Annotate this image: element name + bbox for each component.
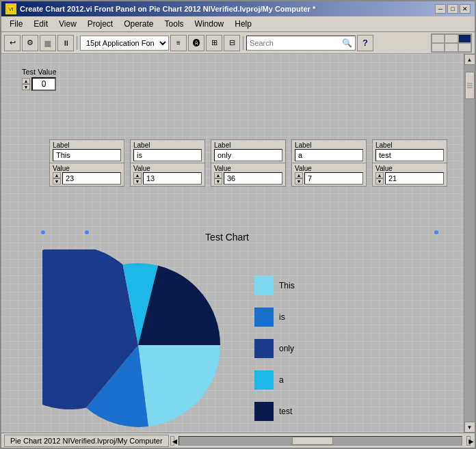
card-2-spin-up[interactable]: ▲ xyxy=(214,172,222,178)
scroll-right-btn[interactable]: ► xyxy=(466,436,471,446)
card-0-spin-down[interactable]: ▼ xyxy=(53,178,61,185)
scroll-up-btn[interactable]: ▲ xyxy=(464,54,475,65)
legend-label-is: is xyxy=(279,312,285,322)
status-scroll-thumb[interactable] xyxy=(292,437,333,445)
grid-icon-5 xyxy=(445,43,458,52)
card-1-spinner[interactable]: ▲ ▼ xyxy=(133,172,142,185)
card-4-spin-down[interactable]: ▼ xyxy=(375,178,384,185)
toolbar-arrow-btn[interactable]: ↩ xyxy=(4,35,21,51)
grid-icon-3 xyxy=(458,34,471,43)
grid-icon-1 xyxy=(432,34,445,43)
grid-icon-2 xyxy=(445,34,458,43)
chart-legend: This is only a xyxy=(254,269,295,421)
card-1-label-section: Label is xyxy=(131,140,204,163)
grid-icon-4 xyxy=(432,43,445,52)
selection-handle-tr xyxy=(434,230,438,234)
card-3-spinner[interactable]: ▲ ▼ xyxy=(295,172,303,185)
card-3-label-value[interactable]: a xyxy=(295,149,363,161)
toolbar-right-icons xyxy=(431,33,472,53)
grip-line-2 xyxy=(467,85,473,86)
status-text: Pie Chart 2012 NIVerified.lvproj/My Comp… xyxy=(4,435,169,447)
card-0-label-value[interactable]: This xyxy=(53,149,121,161)
menu-help[interactable]: Help xyxy=(229,18,257,30)
menu-project[interactable]: Project xyxy=(82,18,118,30)
card-1-value-row: ▲ ▼ 13 xyxy=(133,172,202,185)
menu-tools[interactable]: Tools xyxy=(159,18,189,30)
card-1-spin-down[interactable]: ▼ xyxy=(133,178,142,185)
card-1-value-section: Value ▲ ▼ 13 xyxy=(131,163,204,186)
card-3-spin-up[interactable]: ▲ xyxy=(295,172,303,178)
card-1-spin-up[interactable]: ▲ xyxy=(133,172,142,178)
minimize-button[interactable]: ─ xyxy=(435,4,446,14)
window-title: Create Chart 2012.vi Front Panel on Pie … xyxy=(20,5,315,13)
toolbar-help-btn[interactable]: ? xyxy=(357,35,373,51)
scroll-down-btn[interactable]: ▼ xyxy=(464,422,475,433)
card-4-value-section: Value ▲ ▼ 21 xyxy=(373,163,447,186)
toolbar-grid-btn[interactable]: ⊞ xyxy=(206,35,222,51)
slice-this xyxy=(138,345,220,426)
card-4-spinner[interactable]: ▲ ▼ xyxy=(375,172,384,185)
scroll-track[interactable] xyxy=(464,65,475,422)
maximize-button[interactable]: □ xyxy=(447,4,458,14)
card-4-spin-up[interactable]: ▲ xyxy=(375,172,384,178)
toolbar-bold-btn[interactable]: 🅐 xyxy=(188,35,204,51)
card-2-spinner[interactable]: ▲ ▼ xyxy=(214,172,222,185)
legend-label-this: This xyxy=(279,281,295,290)
menu-window[interactable]: Window xyxy=(189,18,230,30)
toolbar-layout-btn[interactable]: ⊟ xyxy=(224,35,240,51)
spin-down-btn[interactable]: ▼ xyxy=(22,84,30,90)
search-input[interactable] xyxy=(250,39,341,47)
card-1-value-display[interactable]: 13 xyxy=(143,172,202,185)
legend-color-test xyxy=(254,402,274,421)
card-3-value-display[interactable]: 7 xyxy=(304,172,363,185)
font-selector[interactable]: 15pt Application Font xyxy=(80,36,169,51)
card-2-label-value[interactable]: only xyxy=(214,149,282,161)
numeric-spinner[interactable]: ▲ ▼ xyxy=(22,78,30,90)
card-1-label-value[interactable]: is xyxy=(133,149,202,161)
menu-operate[interactable]: Operate xyxy=(118,18,159,30)
canvas: Test Value ▲ ▼ 0 Label This xyxy=(1,54,464,433)
test-value-group: Test Value ▲ ▼ 0 xyxy=(22,68,57,91)
pie-chart xyxy=(42,249,234,433)
menu-view[interactable]: View xyxy=(53,18,82,30)
toolbar-stop-btn[interactable]: ◼ xyxy=(40,35,56,51)
card-2-value-section: Value ▲ ▼ 36 xyxy=(211,163,285,186)
menu-edit[interactable]: Edit xyxy=(28,18,53,30)
toolbar: ↩ ⚙ ◼ ⏸ 15pt Application Font ≡ 🅐 ⊞ ⊟ 🔍 … xyxy=(1,32,475,54)
card-4-label-section: Label test xyxy=(373,140,447,163)
card-3-spin-down[interactable]: ▼ xyxy=(295,178,303,185)
card-4-value-display[interactable]: 21 xyxy=(385,172,444,185)
card-2-value-display[interactable]: 36 xyxy=(224,172,282,185)
close-button[interactable]: ✕ xyxy=(460,4,471,14)
card-0-value-title: Value xyxy=(53,165,121,172)
toolbar-redo-btn[interactable]: ⚙ xyxy=(22,35,38,51)
card-0-spin-up[interactable]: ▲ xyxy=(53,172,61,178)
search-box[interactable]: 🔍 xyxy=(246,36,356,51)
card-3-value-section: Value ▲ ▼ 7 xyxy=(292,163,366,186)
status-scroll[interactable] xyxy=(178,436,462,446)
scroll-left-btn[interactable]: ◄ xyxy=(170,436,174,446)
legend-item-is: is xyxy=(254,308,295,327)
scroll-thumb[interactable] xyxy=(465,72,475,99)
legend-item-test: test xyxy=(254,402,295,421)
title-bar-left: VI Create Chart 2012.vi Front Panel on P… xyxy=(5,3,315,14)
card-4-value-title: Value xyxy=(375,165,444,172)
card-3-label-title: Label xyxy=(295,141,363,149)
card-0-spinner[interactable]: ▲ ▼ xyxy=(53,172,61,185)
test-value-display[interactable]: 0 xyxy=(31,77,56,91)
menu-file[interactable]: File xyxy=(4,18,28,30)
chart-title: Test Chart xyxy=(1,232,453,243)
card-2-spin-down[interactable]: ▼ xyxy=(214,178,222,185)
card-0-value-display[interactable]: 23 xyxy=(62,172,121,185)
card-4-label-value[interactable]: test xyxy=(375,149,444,161)
spin-up-btn[interactable]: ▲ xyxy=(22,78,30,84)
grip-line-1 xyxy=(467,83,473,84)
legend-label-a: a xyxy=(279,375,284,385)
legend-item-this: This xyxy=(254,276,295,295)
toolbar-pause-btn[interactable]: ⏸ xyxy=(57,35,74,51)
main-window: VI Create Chart 2012.vi Front Panel on P… xyxy=(0,0,476,449)
toolbar-text-align-btn[interactable]: ≡ xyxy=(170,35,187,51)
search-icon: 🔍 xyxy=(342,38,352,48)
card-3-label-section: Label a xyxy=(292,140,366,163)
card-2-value-row: ▲ ▼ 36 xyxy=(214,172,282,185)
